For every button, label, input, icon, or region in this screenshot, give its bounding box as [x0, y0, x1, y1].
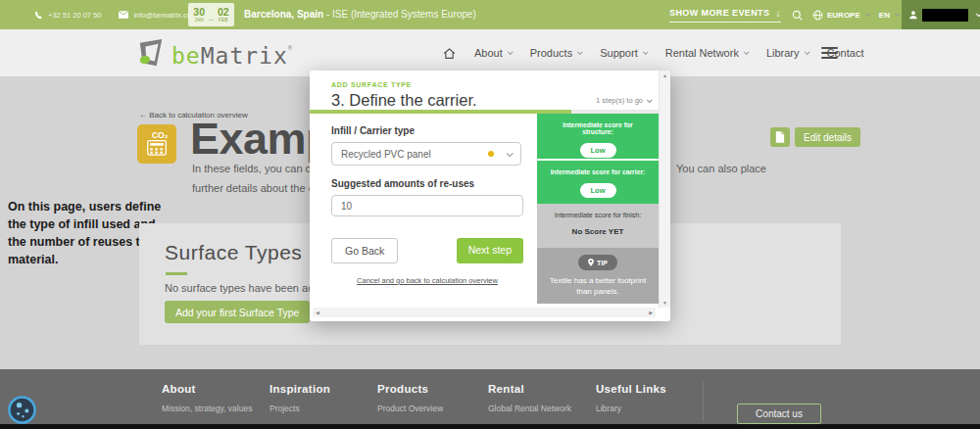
region-label: EUROPE [827, 11, 860, 20]
footer-col-rental: Rental Global Rental Network [488, 383, 571, 413]
nav-about[interactable]: About [474, 47, 512, 59]
footer-col-products: Products Product Overview [377, 383, 443, 413]
carrier-score-box: Intermediate score for carrier: Low [537, 161, 659, 204]
carrier-select[interactable]: Recycled PVC panel [331, 142, 521, 166]
carrier-form: Infill / Carrier type Recycled PVC panel… [310, 114, 537, 304]
intro-text-line1: In these fields, you can outli [192, 163, 325, 174]
scroll-up-arrow-icon[interactable]: ▲ [660, 72, 670, 78]
nav-library-label: Library [766, 47, 800, 59]
surface-types-empty-text: No surface types have been added [165, 282, 332, 294]
tip-badge: TIP [578, 255, 617, 270]
chevron-down-icon [976, 11, 980, 17]
modal-title: 3. Define the carrier. [331, 91, 477, 110]
home-icon[interactable] [443, 47, 456, 60]
cancel-link[interactable]: Cancel and go back to calculation overvi… [331, 276, 523, 285]
add-surface-type-button[interactable]: Add your first Surface Type [165, 301, 310, 323]
scroll-left-arrow-icon[interactable]: ◀ [316, 310, 319, 315]
go-back-button[interactable]: Go Back [331, 238, 398, 263]
event-start-day: 30 [193, 7, 205, 18]
logo-text-be: be [172, 43, 201, 69]
edit-details-button[interactable]: Edit details [795, 127, 860, 147]
score-panel: Intermediate score for structure: Low In… [537, 114, 659, 304]
chevron-down-icon [865, 11, 871, 17]
footer-link[interactable]: Mission, strategy, values [162, 404, 252, 413]
nav-products-label: Products [530, 47, 572, 59]
event-end-month: FEB [219, 19, 228, 24]
nav-products[interactable]: Products [530, 47, 581, 59]
cookie-widget-icon[interactable] [7, 395, 37, 429]
structure-score-value: Low [580, 143, 616, 158]
user-name-redacted [922, 9, 968, 22]
intro-text-line2: further details about the eve [192, 182, 325, 194]
nav-rental-network[interactable]: Rental Network [665, 47, 748, 59]
modal-vertical-scrollbar[interactable]: ▲ ▼ [659, 71, 670, 308]
footer-link[interactable]: Projects [270, 404, 330, 413]
chevron-down-icon [643, 49, 649, 55]
carrier-score-value: Low [580, 183, 616, 198]
event-start-month: JAN [194, 19, 203, 24]
show-more-label: SHOW MORE EVENTS [669, 8, 769, 18]
modal-eyebrow: ADD SURFACE TYPE [331, 81, 651, 88]
bematrix-logo-icon [136, 38, 166, 68]
nav-about-label: About [474, 47, 503, 59]
site-header: beMatrix® About Products Support Rental … [0, 29, 980, 76]
bematrix-logo[interactable]: beMatrix® [136, 38, 293, 68]
document-icon [775, 131, 785, 143]
footer-col-useful-links: Useful Links Library [596, 383, 666, 413]
nav-support[interactable]: Support [600, 47, 647, 59]
email-contact[interactable]: info@bematrix.com [119, 11, 197, 20]
chevron-down-icon [744, 49, 750, 55]
language-selector[interactable]: EN [879, 11, 899, 20]
add-surface-type-modal: ADD SURFACE TYPE 3. Define the carrier. … [310, 71, 670, 321]
scroll-right-arrow-icon[interactable]: ▶ [649, 310, 653, 315]
chevron-down-icon [895, 11, 901, 17]
tip-badge-label: TIP [597, 260, 608, 266]
logo-text-matrix: Matrix [201, 43, 288, 69]
reuses-label: Suggested amounts of re-uses [331, 178, 521, 189]
nav-library[interactable]: Library [766, 47, 808, 59]
search-icon[interactable] [792, 10, 803, 21]
top-event-bar: +32 51 20 07 50 info@bematrix.com 30 JAN… [0, 0, 980, 29]
user-account-menu[interactable] [902, 0, 980, 29]
svg-text:CO₂: CO₂ [152, 130, 169, 140]
event-date-badge: 30 JAN _ 02 FEB [188, 3, 234, 26]
footer-link[interactable]: Global Rental Network [488, 404, 571, 413]
steps-remaining-dropdown[interactable]: 1 step(s) to go [596, 96, 651, 105]
user-icon [908, 10, 918, 20]
next-step-button[interactable]: Next step [457, 238, 523, 263]
date-separator: _ [209, 12, 214, 22]
nav-support-label: Support [600, 47, 638, 59]
footer-link[interactable]: Product Overview [377, 404, 443, 413]
scroll-down-arrow-icon[interactable]: ▼ [660, 300, 670, 306]
finish-score-value: No Score YET [572, 227, 624, 236]
chevron-down-icon [804, 49, 809, 55]
tip-text: Textile has a better footprint than pane… [537, 275, 659, 297]
event-end-day: 02 [218, 7, 229, 18]
event-location: Barcelona, Spain [244, 9, 323, 20]
pin-icon [588, 259, 594, 266]
title-accent-dash [166, 272, 187, 275]
phone-contact[interactable]: +32 51 20 07 50 [34, 11, 101, 20]
region-selector[interactable]: EUROPE [812, 10, 869, 21]
registered-mark: ® [288, 44, 293, 52]
phone-icon [34, 11, 43, 20]
menu-icon[interactable] [821, 47, 838, 62]
footer-heading: Products [377, 383, 443, 395]
finish-score-box: Intermediate score for finish: No Score … [537, 204, 659, 248]
show-more-events-link[interactable]: SHOW MORE EVENTS ↓ [669, 8, 781, 23]
footer-link[interactable]: Library [596, 404, 666, 413]
language-label: EN [879, 11, 890, 20]
carrier-type-label: Infill / Carrier type [331, 125, 521, 136]
structure-score-box: Intermediate score for structure: Low [537, 114, 659, 159]
event-name: - ISE (Integrated Systems Europe) [323, 9, 476, 20]
contact-us-button[interactable]: Contact us [737, 404, 821, 424]
phone-number: +32 51 20 07 50 [48, 11, 101, 20]
reuses-input[interactable] [331, 195, 523, 216]
chevron-down-icon [507, 150, 514, 157]
footer-heading: Useful Links [596, 383, 666, 395]
footer-divider [703, 381, 704, 420]
main-nav: About Products Support Rental Network Li… [443, 29, 863, 76]
modal-horizontal-scrollbar[interactable]: ◀ ▶ [313, 308, 656, 317]
event-title[interactable]: Barcelona, Spain - ISE (Integrated Syste… [244, 9, 476, 20]
report-button[interactable] [770, 127, 790, 147]
